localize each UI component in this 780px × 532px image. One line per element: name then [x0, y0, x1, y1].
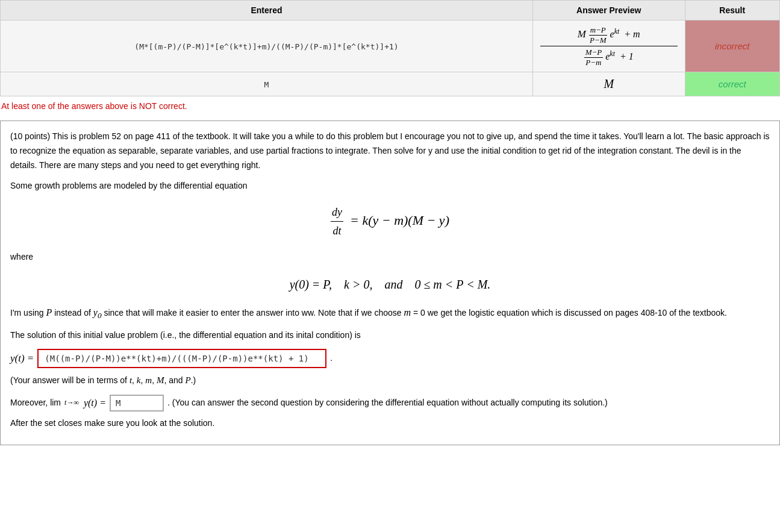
- terms-note: (Your answer will be in terms of t, k, m…: [10, 373, 770, 389]
- limit-line: Moreover, limt→∞ y(t) = . (You can answe…: [10, 395, 770, 412]
- limit-subscript: t→∞: [64, 396, 79, 408]
- p-note: I'm using P instead of y0 since that wil…: [10, 304, 770, 323]
- differential-equation: dy dt = k(y − m)(M − y): [10, 203, 770, 240]
- col-header-entered: Entered: [1, 1, 533, 20]
- preview-cell-1: M m−P P−M ekt + m M−P P−m ekt + 1: [532, 20, 685, 72]
- math-preview-2: M: [604, 77, 614, 90]
- preview-cell-2: M: [532, 72, 685, 96]
- yt-period: .: [330, 351, 332, 366]
- limit-suffix: . (You can answer the second question by…: [167, 396, 608, 410]
- col-header-result: Result: [685, 1, 779, 20]
- limit-prefix: Moreover, lim: [10, 396, 61, 410]
- initial-conditions: y(0) = P, k > 0, and 0 ≤ m < P < M.: [10, 274, 770, 295]
- solution-intro: The solution of this initial value probl…: [10, 328, 770, 343]
- yt-label: y(t) =: [10, 350, 34, 368]
- entered-cell-2: M: [1, 72, 533, 96]
- entered-value-2: M: [264, 80, 269, 89]
- limit-input[interactable]: [110, 395, 164, 412]
- entered-value-1: (M*[(m-P)/(P-M)]*[e^(k*t)]+m)/((M-P)/(P-…: [134, 42, 398, 51]
- result-cell-1: incorrect: [685, 20, 779, 72]
- growth-intro: Some growth problems are modeled by the …: [10, 179, 770, 193]
- col-header-preview: Answer Preview: [532, 1, 685, 20]
- error-message: At least one of the answers above is NOT…: [0, 96, 780, 116]
- table-row: (M*[(m-P)/(P-M)]*[e^(k*t)]+m)/((M-P)/(P-…: [1, 20, 780, 72]
- limit-function: y(t) =: [84, 395, 106, 411]
- yt-input[interactable]: [37, 349, 326, 368]
- where-text: where: [10, 250, 770, 264]
- closing-text: After the set closes make sure you look …: [10, 416, 770, 431]
- result-cell-2: correct: [685, 72, 779, 96]
- table-row: M M correct: [1, 72, 780, 96]
- answer-line-yt: y(t) = .: [10, 349, 770, 368]
- problem-description: (10 points) This is problem 52 on page 4…: [10, 130, 770, 172]
- math-preview-1: M m−P P−M ekt + m M−P P−m ekt + 1: [540, 29, 678, 61]
- entered-cell-1: (M*[(m-P)/(P-M)]*[e^(k*t)]+m)/((M-P)/(P-…: [1, 20, 533, 72]
- problem-box: (10 points) This is problem 52 on page 4…: [0, 120, 780, 445]
- results-table: Entered Answer Preview Result (M*[(m-P)/…: [0, 0, 780, 96]
